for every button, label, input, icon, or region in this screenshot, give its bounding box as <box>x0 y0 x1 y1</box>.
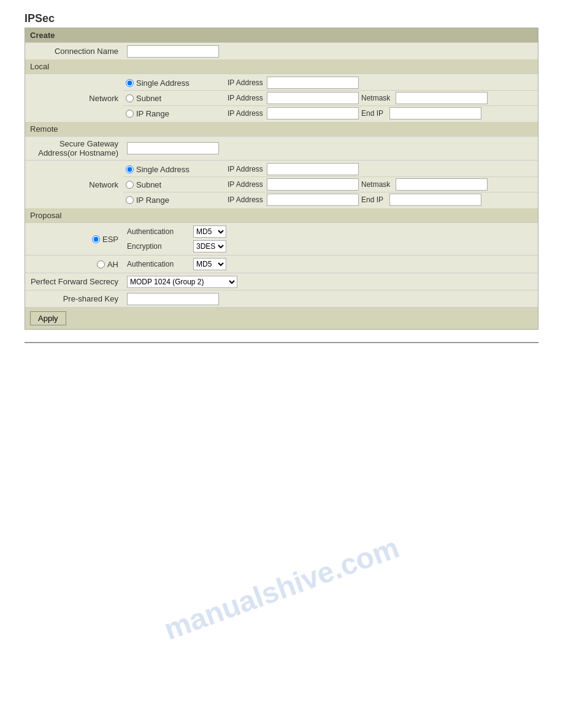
connection-name-row: Connection Name <box>25 42 538 59</box>
ah-label: AH <box>107 260 118 269</box>
pfs-content: MODP 1024 (Group 2) None MODP 768 (Group… <box>123 274 538 290</box>
remote-single-label: Single Address <box>136 165 190 174</box>
local-endip-label: End IP <box>361 109 387 118</box>
local-header: Local <box>25 59 538 74</box>
create-section-header: Create <box>25 28 538 42</box>
esp-auth-select[interactable]: MD5 SHA1 <box>193 226 226 238</box>
page-title: IPSec <box>25 12 538 25</box>
ah-auth-select[interactable]: MD5 SHA1 <box>193 258 226 270</box>
page-divider <box>25 342 538 343</box>
remote-netmask-input[interactable] <box>396 178 488 191</box>
local-single-ip-col: IP Address <box>228 77 538 89</box>
local-single-address-row: Single Address IP Address <box>123 75 538 90</box>
local-iprange-row: IP Range IP Address End IP <box>123 105 538 121</box>
remote-iprange-label: IP Range <box>136 195 169 205</box>
local-netmask-input[interactable] <box>396 92 488 104</box>
secure-gateway-row: Secure Gateway Address(or Hostname) <box>25 136 538 160</box>
connection-name-label: Connection Name <box>25 44 123 58</box>
local-subnet-ip-input[interactable] <box>267 92 359 104</box>
local-subnet-ip-col: IP Address Netmask <box>228 92 538 104</box>
ah-auth-label: Authentication <box>127 260 188 268</box>
local-subnet-radio[interactable] <box>126 94 134 102</box>
local-iprange-ip-input[interactable] <box>267 107 359 119</box>
esp-enc-select[interactable]: 3DES AES DES <box>193 240 226 252</box>
ah-auth-row: Authentication MD5 SHA1 <box>127 257 534 271</box>
remote-iprange-radio[interactable] <box>126 196 134 204</box>
ipsec-form: Create Connection Name Local Network Sin… <box>25 28 538 330</box>
remote-subnet-ip-label: IP Address <box>228 180 264 189</box>
local-endip-input[interactable] <box>389 107 481 119</box>
remote-single-ip-input[interactable] <box>267 163 359 175</box>
ah-content: Authentication MD5 SHA1 <box>123 256 538 273</box>
proposal-header: Proposal <box>25 208 538 222</box>
remote-single-radio-col: Single Address <box>123 165 228 174</box>
local-subnet-radio-col: Subnet <box>123 94 228 103</box>
local-subnet-ip-label: IP Address <box>228 94 264 102</box>
remote-endip-label: End IP <box>361 195 387 204</box>
remote-subnet-radio-col: Subnet <box>123 180 228 189</box>
preshared-key-content <box>123 291 538 307</box>
remote-subnet-row: Subnet IP Address Netmask <box>123 176 538 192</box>
preshared-key-input[interactable] <box>127 293 219 305</box>
ah-radio[interactable] <box>97 260 105 268</box>
remote-subnet-label: Subnet <box>136 180 161 189</box>
preshared-key-row: Pre-shared Key <box>25 290 538 307</box>
remote-subnet-ip-col: IP Address Netmask <box>228 178 538 191</box>
esp-auth-row: Authentication MD5 SHA1 <box>127 224 534 239</box>
apply-row: Apply <box>25 307 538 329</box>
connection-name-content <box>123 44 538 59</box>
esp-content: Authentication MD5 SHA1 Encryption 3DES … <box>123 223 538 255</box>
local-network-block: Network Single Address IP Address <box>25 74 538 122</box>
local-netmask-label: Netmask <box>361 94 393 102</box>
esp-radio-wrapper: ESP <box>92 235 118 244</box>
secure-gateway-label: Secure Gateway Address(or Hostname) <box>25 137 123 160</box>
local-subnet-label: Subnet <box>136 94 161 103</box>
local-single-ip-input[interactable] <box>267 77 359 89</box>
remote-netmask-label: Netmask <box>361 180 393 189</box>
remote-endip-input[interactable] <box>389 194 481 206</box>
remote-iprange-ip-input[interactable] <box>267 194 359 206</box>
esp-radio[interactable] <box>92 235 100 243</box>
local-single-label: Single Address <box>136 78 190 88</box>
esp-auth-label: Authentication <box>127 227 188 236</box>
remote-iprange-radio-col: IP Range <box>123 195 228 205</box>
remote-network-label: Network <box>25 161 123 208</box>
remote-iprange-row: IP Range IP Address End IP <box>123 192 538 207</box>
remote-iprange-ip-col: IP Address End IP <box>228 194 538 206</box>
pfs-row: Perfect Forward Secrecy MODP 1024 (Group… <box>25 273 538 290</box>
apply-button[interactable]: Apply <box>30 311 66 325</box>
local-iprange-ip-label: IP Address <box>228 109 264 118</box>
esp-enc-label: Encryption <box>127 242 188 251</box>
local-iprange-ip-col: IP Address End IP <box>228 107 538 119</box>
secure-gateway-content <box>123 140 538 156</box>
local-iprange-radio[interactable] <box>126 110 134 118</box>
local-subnet-row: Subnet IP Address Netmask <box>123 90 538 105</box>
esp-label: ESP <box>102 235 118 244</box>
remote-subnet-ip-input[interactable] <box>267 178 359 191</box>
remote-subnet-radio[interactable] <box>126 181 134 189</box>
esp-block: ESP Authentication MD5 SHA1 Encryption 3… <box>25 222 538 255</box>
remote-single-ip-col: IP Address <box>228 163 538 175</box>
ah-label-cell: AH <box>25 256 123 273</box>
ah-radio-wrapper: AH <box>97 260 118 269</box>
local-single-radio[interactable] <box>126 79 134 87</box>
pfs-label: Perfect Forward Secrecy <box>25 275 123 289</box>
esp-label-cell: ESP <box>25 223 123 255</box>
preshared-key-label: Pre-shared Key <box>25 292 123 306</box>
remote-iprange-ip-label: IP Address <box>228 195 264 204</box>
local-single-ip-label: IP Address <box>228 78 264 87</box>
remote-single-address-row: Single Address IP Address <box>123 162 538 176</box>
esp-enc-row: Encryption 3DES AES DES <box>127 239 534 254</box>
pfs-select[interactable]: MODP 1024 (Group 2) None MODP 768 (Group… <box>127 276 237 288</box>
remote-header: Remote <box>25 122 538 136</box>
secure-gateway-input[interactable] <box>127 142 219 154</box>
ah-block: AH Authentication MD5 SHA1 <box>25 255 538 273</box>
local-iprange-label: IP Range <box>136 109 169 118</box>
remote-network-block: Network Single Address IP Address <box>25 160 538 208</box>
local-network-label: Network <box>25 74 123 122</box>
local-iprange-radio-col: IP Range <box>123 109 228 118</box>
remote-single-radio[interactable] <box>126 165 134 173</box>
remote-single-ip-label: IP Address <box>228 165 264 173</box>
remote-network-rows: Single Address IP Address Subnet <box>123 161 538 208</box>
connection-name-input[interactable] <box>127 45 219 58</box>
